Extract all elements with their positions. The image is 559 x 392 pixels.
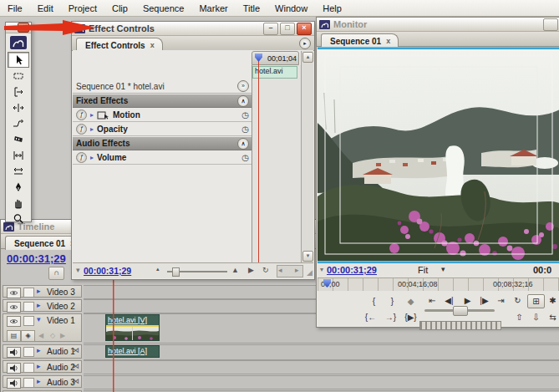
zoom-level-select[interactable]: Fit	[418, 265, 428, 275]
menu-marker[interactable]: Marker	[191, 2, 235, 15]
loop-button[interactable]: ↻	[510, 294, 526, 307]
goto-out-point-button[interactable]: →}	[383, 311, 399, 323]
collapse-section-button[interactable]: ∧	[237, 138, 249, 150]
track-lock-toggle[interactable]	[23, 378, 34, 388]
extract-button[interactable]: ⇩	[528, 311, 544, 323]
tool-zoom[interactable]	[8, 211, 29, 227]
effect-enable-toggle[interactable]: ƒ	[76, 109, 87, 120]
audio-keyframe-icon[interactable]: ⋈	[72, 377, 79, 385]
track-lock-toggle[interactable]	[23, 302, 34, 312]
play-audio-button[interactable]: ▶	[248, 266, 254, 274]
chevron-down-icon[interactable]: ▾	[441, 265, 445, 273]
effect-enable-toggle[interactable]: ƒ	[76, 124, 87, 135]
tool-pen[interactable]	[8, 179, 29, 195]
show-keyframes-button[interactable]: ◈	[21, 330, 35, 342]
expand-track-icon[interactable]: ▸	[37, 346, 41, 354]
monitor-time-ruler[interactable]: 00;00 00;04;16;08 00;08;32;16	[318, 277, 559, 292]
tool-track-select[interactable]	[8, 68, 29, 84]
lift-button[interactable]: ⇧	[511, 311, 527, 323]
track-lock-toggle[interactable]	[23, 288, 34, 298]
monitor-current-timecode[interactable]: 00:00:31;29	[327, 265, 377, 275]
step-back-button[interactable]: ◀|	[441, 294, 457, 307]
timeline-timecode[interactable]: 00:00:31;29	[7, 252, 66, 265]
goto-previous-edit-button[interactable]: ⇤	[424, 294, 440, 307]
zoom-slider-thumb[interactable]	[172, 267, 180, 277]
loop-button[interactable]: ↻	[262, 266, 269, 274]
effect-controls-titlebar[interactable]: Effect Controls – □ ×	[72, 22, 314, 36]
effect-controls-timecode[interactable]: 00:00:31;29	[84, 266, 131, 276]
scroll-up-icon[interactable]: ▴	[302, 52, 313, 63]
track-lane-audio2[interactable]	[84, 360, 559, 374]
effect-name[interactable]: Volume	[97, 153, 126, 162]
tool-slip[interactable]	[8, 147, 29, 163]
menu-project[interactable]: Project	[61, 2, 104, 15]
snap-button[interactable]: ∩	[48, 267, 64, 280]
menu-sequence[interactable]: Sequence	[135, 2, 192, 15]
menu-window[interactable]: Window	[267, 2, 315, 15]
expand-track-icon[interactable]: ▸	[37, 301, 41, 309]
toggle-track-output-button[interactable]	[7, 363, 21, 374]
audio-keyframe-icon[interactable]: ⋈	[72, 346, 79, 354]
tool-razor[interactable]	[8, 131, 29, 147]
goto-in-point-button[interactable]: {←	[363, 311, 379, 323]
tool-rate-stretch[interactable]	[8, 115, 29, 131]
shuttle-slider[interactable]	[424, 309, 495, 312]
play-in-to-out-button[interactable]: {▶}	[403, 311, 419, 323]
track-lane-audio1[interactable]: hotel.avi [A]	[84, 344, 559, 360]
toggle-track-output-button[interactable]	[7, 378, 21, 389]
maximize-icon[interactable]: □	[280, 23, 295, 35]
shuttle-thumb[interactable]	[453, 306, 468, 316]
tool-selection[interactable]	[8, 52, 29, 68]
collapse-track-icon[interactable]: ▾	[37, 315, 41, 323]
play-button[interactable]: ▶	[460, 294, 475, 307]
tool-ripple-edit[interactable]	[8, 84, 29, 99]
step-forward-button[interactable]: |▶	[476, 294, 492, 307]
menu-help[interactable]: Help	[315, 2, 349, 15]
stopwatch-icon[interactable]: ◷	[241, 125, 249, 134]
panel-menu-button[interactable]: ▸	[299, 38, 311, 49]
tab-close-icon[interactable]: x	[150, 42, 155, 49]
vertical-scrollbar[interactable]: ▴ ▾	[301, 51, 313, 262]
set-in-point-button[interactable]: {	[366, 295, 382, 308]
timeline-current-time-indicator[interactable]	[113, 280, 114, 392]
tool-rolling-edit[interactable]	[8, 99, 29, 115]
toggle-track-output-button[interactable]	[7, 316, 21, 327]
toggle-track-output-button[interactable]	[7, 302, 21, 313]
menu-edit[interactable]: Edit	[30, 2, 61, 15]
jog-disk[interactable]	[419, 321, 501, 330]
close-icon[interactable]: ×	[297, 23, 312, 35]
zoom-out-icon[interactable]: ▴	[156, 266, 160, 272]
stopwatch-icon[interactable]: ◷	[241, 110, 249, 120]
mini-timeline-clip-bar[interactable]: hotel.avi	[252, 66, 297, 79]
effect-enable-toggle[interactable]: ƒ	[76, 152, 87, 163]
set-out-point-button[interactable]: }	[384, 295, 400, 308]
trim-button[interactable]: ⇆	[545, 311, 559, 323]
next-keyframe-button[interactable]: ▶	[60, 332, 65, 339]
audio-keyframe-icon[interactable]: ⋈	[72, 362, 79, 370]
menu-clip[interactable]: Clip	[104, 2, 135, 15]
program-monitor-video[interactable]	[318, 49, 559, 261]
tool-hand[interactable]	[8, 195, 29, 211]
set-display-style-button[interactable]: ▤	[7, 330, 21, 342]
minimize-icon[interactable]: –	[263, 23, 278, 35]
effect-name[interactable]: Motion	[113, 110, 140, 120]
track-lock-toggle[interactable]	[23, 347, 34, 357]
add-keyframe-button[interactable]: ◇	[50, 332, 55, 339]
stopwatch-icon[interactable]: ◷	[241, 153, 249, 162]
safe-margins-button[interactable]: ⊞	[527, 294, 545, 308]
scroll-right-icon[interactable]: ▸	[295, 266, 299, 274]
expand-track-icon[interactable]: ▸	[37, 362, 41, 370]
monitor-tab-sequence01[interactable]: Sequence 01 x	[321, 33, 399, 48]
scroll-left-icon[interactable]: ◂	[278, 266, 282, 274]
toggle-track-output-button[interactable]	[7, 288, 21, 298]
scroll-down-icon[interactable]: ▾	[302, 251, 313, 262]
goto-next-edit-button[interactable]: ⇥	[493, 294, 509, 307]
track-lane-audio3[interactable]	[84, 375, 559, 389]
prev-keyframe-button[interactable]: ◀	[38, 332, 43, 339]
tool-slide[interactable]	[8, 163, 29, 179]
zoom-in-icon[interactable]: ▲	[231, 266, 239, 274]
menu-title[interactable]: Title	[236, 2, 267, 15]
expand-effect-icon[interactable]: ▸	[90, 111, 94, 119]
show-hide-timeline-view-button[interactable]: »	[237, 80, 249, 92]
expand-track-icon[interactable]: ▸	[37, 377, 41, 385]
